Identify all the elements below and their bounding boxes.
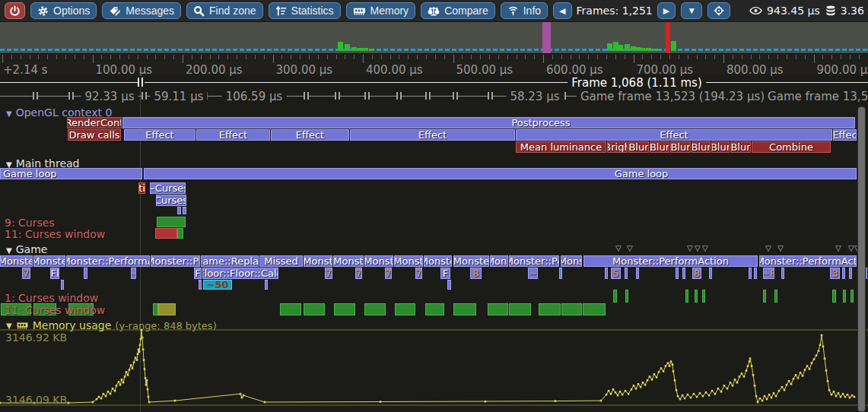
zone[interactable]: [605, 268, 608, 279]
zone-effect[interactable]: Effect: [196, 129, 270, 141]
zone-effect[interactable]: Effect: [271, 129, 349, 141]
sub-frame-label[interactable]: Game frame 13,523 (194.23 µs): [577, 90, 768, 103]
zone[interactable]: [754, 268, 757, 279]
plot-bar[interactable]: [702, 290, 705, 303]
zone-mons[interactable]: Mons: [561, 255, 582, 267]
sub-frame-label[interactable]: 106.59 µs: [222, 90, 287, 103]
plot-label-11-curses-window[interactable]: 11: Curses window: [5, 228, 105, 240]
message-marker-icon[interactable]: ▽: [777, 245, 784, 252]
zone-missed[interactable]: Missed: [259, 255, 303, 267]
zone-8[interactable]: 8: [692, 268, 701, 279]
plot-bar[interactable]: [613, 290, 617, 303]
zone--[interactable]: ~: [131, 268, 136, 279]
frame-set-dropdown-button[interactable]: ▼: [681, 2, 702, 19]
plot-bar[interactable]: [453, 303, 476, 315]
zone-monst[interactable]: Monst: [333, 255, 364, 267]
zone-blur[interactable]: Blur: [730, 141, 751, 153]
plot-bar[interactable]: [539, 303, 561, 315]
zone[interactable]: [559, 268, 562, 279]
zone-7[interactable]: 7: [22, 268, 30, 279]
zone[interactable]: [61, 280, 64, 290]
section-header-opengl-context-0[interactable]: ▼OpenGL context 0: [6, 106, 112, 119]
plot-bar[interactable]: [395, 303, 415, 315]
zone-monste[interactable]: Monste: [0, 255, 33, 267]
zone--[interactable]: ~: [528, 268, 538, 279]
memory-section-header[interactable]: ▼ Memory usage (y-range: 848 bytes): [6, 319, 217, 331]
scrollbar-thumb[interactable]: [857, 106, 866, 412]
zone-blur[interactable]: Blur: [650, 141, 669, 153]
plot-bar[interactable]: [304, 303, 325, 315]
options-button[interactable]: Options: [30, 2, 97, 19]
zone-blur[interactable]: Blur: [670, 141, 691, 153]
plot-bar[interactable]: [177, 228, 183, 239]
zone--8[interactable]: ~8: [763, 268, 774, 279]
plot-label-9-curses[interactable]: 9: Curses: [5, 217, 55, 229]
plot-bar[interactable]: [625, 290, 628, 303]
zone-game-replay[interactable]: Game::Replay: [201, 255, 259, 267]
sub-frame-label[interactable]: 59.11 µs: [150, 90, 207, 103]
zone[interactable]: [749, 268, 752, 279]
plot-bar[interactable]: [851, 290, 854, 303]
zone-monste[interactable]: Monste: [424, 255, 452, 267]
zone-monster-performa[interactable]: Monster::PerformA: [66, 255, 150, 267]
zone-game-loop[interactable]: Game loop: [144, 168, 857, 179]
zone-monster-pe[interactable]: Monster::Pe: [151, 255, 200, 267]
zone-monster-performaction[interactable]: Monster::PerformAction: [583, 255, 758, 267]
message-marker-icon[interactable]: ▽: [835, 245, 841, 252]
plot-bar[interactable]: [158, 303, 176, 315]
plot-bar[interactable]: [364, 303, 386, 315]
next-frame-button[interactable]: ▶: [657, 2, 676, 19]
zone-curses[interactable]: Curses: [156, 195, 186, 206]
plot-bar[interactable]: [685, 290, 688, 303]
zone-7[interactable]: 7: [355, 268, 362, 279]
statistics-button[interactable]: Statistics: [269, 2, 341, 19]
zone-effec[interactable]: Effec: [833, 129, 857, 141]
zone-combine[interactable]: Combine: [752, 141, 831, 153]
sub-frame-label[interactable]: Game frame 13,525 (: [764, 90, 868, 103]
plot-bar[interactable]: [425, 303, 444, 315]
zone[interactable]: [265, 280, 268, 290]
power-button[interactable]: [5, 2, 25, 19]
goto-frame-button[interactable]: [707, 2, 730, 19]
info-button[interactable]: Info: [501, 2, 548, 19]
zone[interactable]: [636, 268, 639, 279]
zone[interactable]: [781, 268, 784, 279]
zone-monst[interactable]: Monst: [394, 255, 423, 267]
plot-bar[interactable]: [334, 303, 355, 315]
zone-effect[interactable]: Effect: [124, 129, 196, 141]
zone-blur[interactable]: Blur: [711, 141, 730, 153]
plot-bar[interactable]: [774, 290, 777, 303]
zone-mons[interactable]: Mons: [490, 255, 508, 267]
zone-monst[interactable]: Monst: [304, 255, 332, 267]
frame-title[interactable]: Frame 1,068 (1.11 ms): [568, 76, 706, 90]
zone-draw-calls[interactable]: Draw calls: [68, 129, 121, 141]
zone[interactable]: [447, 280, 451, 290]
zone--50[interactable]: ~50: [203, 280, 232, 290]
plot-bar[interactable]: [695, 290, 698, 303]
message-marker-icon[interactable]: ▽: [695, 245, 701, 252]
zone[interactable]: [177, 207, 181, 214]
zone-monste[interactable]: Monste: [33, 255, 65, 267]
zone[interactable]: [84, 268, 87, 279]
plot-bar[interactable]: [561, 303, 582, 315]
plot-bar[interactable]: [509, 303, 531, 315]
plot-bar[interactable]: [155, 228, 177, 239]
zone[interactable]: [676, 268, 679, 279]
zone-effect[interactable]: Effect: [516, 129, 832, 141]
section-header-game[interactable]: ▼Game: [6, 243, 47, 255]
plot-bar[interactable]: [153, 303, 158, 315]
zone-3[interactable]: 3: [830, 268, 840, 279]
zone-monster-performacti[interactable]: Monster::PerformActi: [759, 255, 857, 267]
zone-fl[interactable]: Fl: [50, 268, 59, 279]
zone-monster-pe[interactable]: Monster::Pe: [509, 255, 559, 267]
zone-ti[interactable]: ti: [138, 182, 145, 194]
find-zone-button[interactable]: Find zone: [186, 2, 262, 19]
zone-monst[interactable]: Monst: [364, 255, 393, 267]
message-marker-icon[interactable]: ▽: [615, 245, 622, 252]
plot-bar[interactable]: [832, 290, 836, 303]
plot-bar[interactable]: [157, 217, 186, 227]
zone-mean-luminance[interactable]: Mean luminance: [516, 141, 606, 153]
zone-8[interactable]: 8: [470, 268, 482, 279]
section-header-main-thread[interactable]: ▼Main thread: [6, 157, 79, 170]
zone[interactable]: [709, 268, 712, 279]
